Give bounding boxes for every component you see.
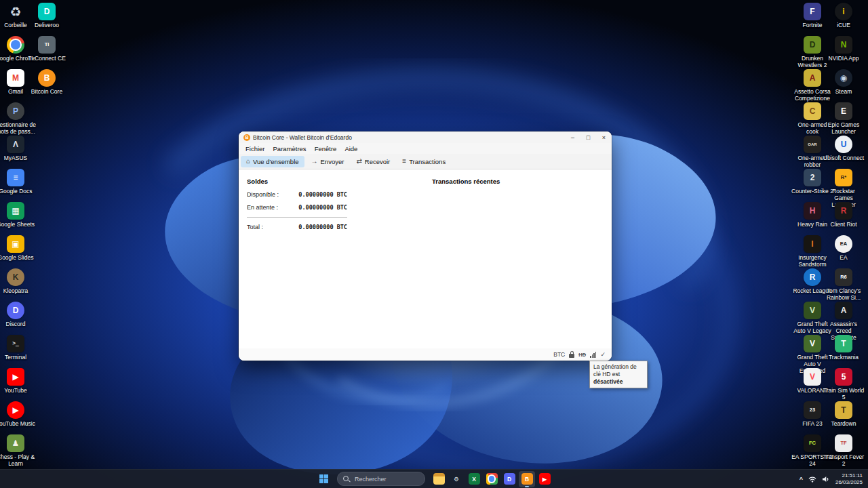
shortcut-epic-games[interactable]: E Epic Games Launcher [828, 102, 859, 136]
recent-transactions-header: Transactions récentes [432, 178, 612, 185]
menu-fenetre[interactable]: Fenêtre [311, 145, 341, 152]
tab-vue-densemble[interactable]: ⌂ Vue d'ensemble [241, 156, 304, 167]
shortcut-google-docs[interactable]: ≡ Google Docs [0, 169, 31, 202]
balances-panel: Soldes Disponible : 0.00000000 BTC En at… [239, 169, 432, 348]
network-connections-icon[interactable] [590, 352, 596, 358]
bitcoin-core-icon: B [521, 473, 533, 485]
excel-icon: X [469, 473, 480, 485]
menubar: Fichier Paramètres Fenêtre Aide [239, 143, 612, 154]
chrome-icon [7, 36, 24, 54]
desktop-icons-right-column-2: i iCUE N NVIDIA App ◉ Steam E Epic Games… [828, 3, 859, 468]
recycle-bin-icon: ♻ [7, 3, 24, 20]
tab-recevoir[interactable]: ⇄ Recevoir [351, 156, 395, 167]
shortcut-ti-connect[interactable]: TI TI Connect CE [31, 36, 62, 69]
shortcut-transport-fever-2[interactable]: TF Transport Fever 2 [828, 434, 859, 468]
myasus-icon: Λ [7, 136, 24, 153]
shortcut-corbeille[interactable]: ♻ Corbeille [0, 3, 31, 36]
shortcut-one-armed-robber[interactable]: OAR One-armed robber [797, 136, 828, 169]
shortcut-google-sheets[interactable]: ▦ Google Sheets [0, 202, 31, 235]
shortcut-teardown[interactable]: T Teardown [828, 401, 859, 434]
shortcut-bitcoin-core[interactable]: B Bitcoin Core [31, 69, 62, 102]
tab-envoyer[interactable]: → Envoyer [306, 156, 350, 167]
taskbar-settings[interactable]: ⚙ [448, 471, 465, 487]
tab-transactions[interactable]: ≡ Transactions [397, 156, 451, 167]
shortcut-youtube[interactable]: ▶ YouTube [0, 368, 31, 401]
shortcut-gmail[interactable]: M Gmail [0, 69, 31, 102]
maximize-button[interactable]: □ [580, 131, 596, 143]
taskbar-bitcoin-core[interactable]: B [519, 471, 535, 487]
shortcut-discord[interactable]: D Discord [0, 302, 31, 335]
minimize-button[interactable]: – [565, 131, 580, 143]
desktop-shortcut-label: Ubisoft Connect [823, 155, 865, 161]
shortcut-chess[interactable]: ♟ Chess - Play & Learn [0, 434, 31, 468]
search-icon [343, 476, 350, 483]
discord-icon: D [7, 302, 24, 319]
titlebar[interactable]: B Bitcoin Core - Wallet Bitcoin d'Edoard… [239, 131, 612, 143]
hd-tooltip-text: La génération de clé HD est [593, 363, 637, 378]
shortcut-trackmania[interactable]: T Trackmania [828, 335, 859, 368]
shortcut-steam[interactable]: ◉ Steam [828, 69, 859, 102]
shortcut-youtube-music[interactable]: ▶ YouTube Music [0, 401, 31, 434]
close-button[interactable]: × [596, 131, 612, 143]
epic-games-icon: E [835, 102, 852, 120]
taskbar-discord[interactable]: D [501, 471, 517, 487]
wifi-icon[interactable] [808, 476, 816, 483]
volume-icon[interactable] [822, 476, 830, 483]
shortcut-google-slides[interactable]: ▣ Google Slides [0, 235, 31, 268]
shortcut-rainbow-six[interactable]: R6 Tom Clancy's Rainbow Si... [828, 268, 859, 302]
shortcut-ac-syndicate[interactable]: A Assassin's Creed Syndicate [828, 302, 859, 335]
statusbar: BTC HD ✓ [239, 348, 612, 361]
shortcut-fifa-23[interactable]: 23 FIFA 23 [797, 401, 828, 434]
rocket-league-icon: R [804, 268, 821, 286]
balance-row: Disponible : 0.00000000 BTC [247, 191, 347, 198]
taskbar-excel[interactable]: X [466, 471, 482, 487]
desktop-shortcut-label: YouTube [0, 387, 37, 394]
shortcut-insurgency[interactable]: I Insurgency Sandstorm [797, 235, 828, 268]
shortcut-ea[interactable]: EA EA [828, 235, 859, 268]
wallet-lock-icon[interactable] [569, 354, 574, 358]
shortcut-train-sim-world-5[interactable]: 5 Train Sim World 5 [828, 368, 859, 401]
menu-fichier[interactable]: Fichier [241, 145, 269, 152]
ea-icon: EA [835, 235, 852, 253]
valorant-icon: V [804, 368, 821, 386]
tsw5-icon: 5 [835, 368, 852, 386]
taskbar-search[interactable] [337, 472, 425, 486]
file-explorer-icon [433, 473, 445, 485]
shortcut-client-riot[interactable]: R Client Riot [828, 202, 859, 235]
shortcut-deliveroo[interactable]: D Deliveroo [31, 3, 62, 36]
shortcut-assetto-corsa[interactable]: A Assetto Corsa Competizione [797, 69, 828, 102]
shortcut-google-chrome[interactable]: Google Chrome [0, 36, 31, 69]
shortcut-password-manager[interactable]: P Gestionnaire de mots de pass... [0, 102, 31, 136]
kleopatra-icon: K [7, 268, 24, 286]
taskbar-youtube[interactable]: ▶ [536, 471, 553, 487]
search-input[interactable] [353, 475, 409, 483]
taskbar-file-explorer[interactable] [431, 471, 447, 487]
tray-chevron-up-icon[interactable]: ^ [800, 476, 803, 483]
desktop-shortcut-label: Google Slides [0, 254, 37, 261]
shortcut-rockstar[interactable]: R* Rockstar Games Launcher [828, 169, 859, 202]
taskbar-chrome[interactable] [484, 471, 500, 487]
sync-check-icon[interactable]: ✓ [600, 351, 606, 358]
heavy-rain-icon: H [804, 202, 821, 220]
shortcut-myasus[interactable]: Λ MyASUS [0, 136, 31, 169]
unit-display[interactable]: BTC [553, 351, 565, 358]
desktop-shortcut-label: Transport Fever 2 [823, 453, 865, 467]
shortcut-icue[interactable]: i iCUE [828, 3, 859, 36]
shortcut-fortnite[interactable]: F Fortnite [797, 3, 828, 36]
start-button[interactable] [315, 472, 332, 487]
tray-clock[interactable]: 21:51:11 26/03/2025 [835, 472, 863, 485]
menu-aide[interactable]: Aide [340, 145, 361, 152]
shortcut-terminal[interactable]: >_ Terminal [0, 335, 31, 368]
shortcut-kleopatra[interactable]: K Kleopatra [0, 268, 31, 302]
shortcut-ubisoft-connect[interactable]: U Ubisoft Connect [828, 136, 859, 169]
hd-disabled-icon[interactable]: HD [578, 352, 586, 358]
shortcut-drunken-wrestlers[interactable]: D Drunken Wrestlers 2 [797, 36, 828, 69]
desktop-shortcut-label: Terminal [0, 354, 37, 361]
menu-parametres[interactable]: Paramètres [269, 145, 311, 152]
balance-label: En attente : [247, 204, 278, 211]
google-sheets-icon: ▦ [7, 202, 24, 220]
desktop-icons-left-column-1: ♻ Corbeille Google Chrome M Gmail P Gest… [0, 3, 31, 468]
youtube-icon: ▶ [539, 473, 551, 485]
shortcut-nvidia-app[interactable]: N NVIDIA App [828, 36, 859, 69]
desktop-shortcut-label: Google Docs [0, 188, 37, 195]
